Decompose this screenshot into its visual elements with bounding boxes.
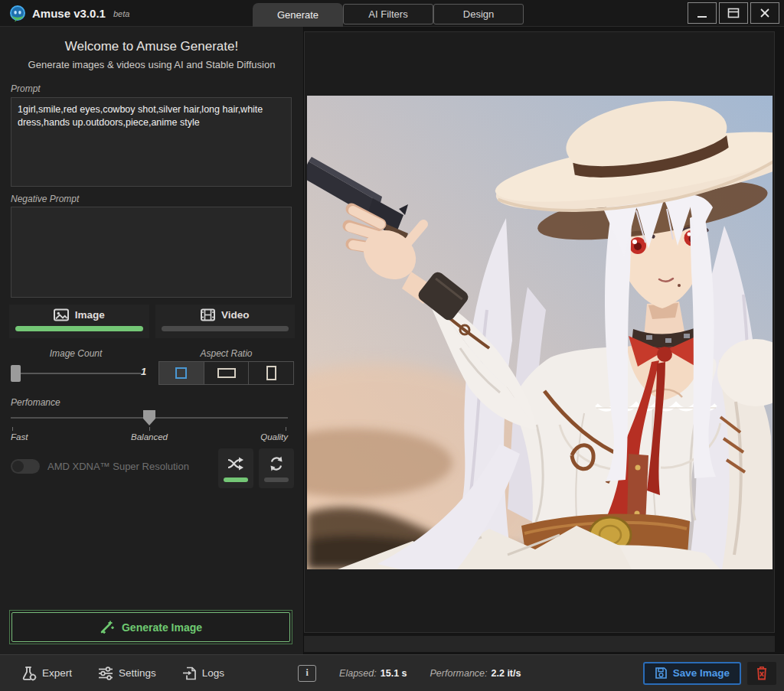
aspect-ratio-group [158,361,294,385]
portrait-aspect-icon [266,366,276,380]
aspect-ratio-label: Aspect Ratio [158,348,294,359]
aspect-portrait-button[interactable] [248,362,293,384]
refresh-inactive-bar [264,478,289,482]
minimize-icon [696,6,708,20]
settings-sliders-icon [98,667,113,680]
logs-button[interactable]: Logs [182,666,224,681]
logs-document-icon [182,666,197,681]
square-aspect-icon [175,367,187,379]
performance-tick-quality: Quality [260,432,288,442]
generate-image-label: Generate Image [122,621,202,634]
performance-stat: Performance: 2.2 it/s [430,668,521,679]
preview-area [304,27,784,654]
amuse-logo-icon [9,5,26,22]
super-resolution-label: AMD XDNA™ Super Resolution [47,461,189,472]
performance-stat-value: 2.2 it/s [492,668,521,679]
expert-button[interactable]: Expert [21,666,72,681]
video-mode-inactive-bar [162,326,289,331]
refresh-seed-button[interactable] [259,448,294,488]
prompt-input[interactable]: 1girl,smile,red eyes,cowboy shot,silver … [11,97,292,187]
app-brand: Amuse v3.0.1 beta [9,0,129,27]
generated-image[interactable] [307,96,773,569]
image-mode-active-bar [15,326,143,331]
performance-label: Perfomance [11,397,60,408]
elapsed-value: 15.1 s [381,668,407,679]
expert-flask-icon [21,666,37,681]
magic-wand-icon [100,620,114,634]
image-count-slider[interactable] [11,364,141,383]
image-count-handle[interactable] [11,365,21,382]
maximize-icon [727,8,740,18]
prompt-label: Prompt [11,83,41,94]
image-mode-label: Image [75,309,105,321]
landscape-aspect-icon [217,368,236,378]
expert-label: Expert [42,667,72,679]
elapsed-stat: Elapsed: 15.1 s [339,668,407,679]
info-icon: i [305,667,308,679]
image-count-label: Image Count [11,348,141,359]
save-image-label: Save Image [673,667,730,679]
main-tabs: Generate AI Filters Design [253,3,524,27]
image-mode-button[interactable]: Image [9,305,149,338]
delete-image-button[interactable] [747,662,776,685]
canvas-panel [304,31,775,633]
performance-tick-fast: Fast [11,432,28,442]
settings-button[interactable]: Settings [98,667,156,680]
app-window: Amuse v3.0.1 beta Generate AI Filters De… [0,0,784,691]
refresh-icon [268,455,285,472]
shuffle-seed-button[interactable] [218,448,253,488]
tab-design[interactable]: Design [433,4,524,24]
generate-settings-panel: Welcome to Amuse Generate! Generate imag… [0,27,304,654]
shuffle-active-bar [224,478,248,482]
preview-bottom-strip [304,636,775,652]
performance-tick-balanced: Balanced [131,432,168,442]
image-icon [54,308,69,321]
titlebar: Amuse v3.0.1 beta Generate AI Filters De… [0,0,784,27]
tab-ai-filters[interactable]: AI Filters [343,4,433,24]
logs-label: Logs [202,667,224,679]
settings-label: Settings [119,667,156,679]
video-mode-label: Video [221,309,250,321]
info-button[interactable]: i [298,665,316,682]
save-floppy-icon [655,667,668,680]
seed-buttons [218,448,294,488]
close-button[interactable] [750,2,779,24]
welcome-subtitle: Generate images & videos using AI and St… [0,59,303,70]
welcome-title: Welcome to Amuse Generate! [0,39,303,54]
app-beta-badge: beta [113,9,129,18]
save-image-button[interactable]: Save Image [643,662,741,685]
status-bar: Expert Settings [0,654,784,691]
image-count-value: 1 [141,366,146,377]
trash-icon [756,666,768,680]
super-resolution-row: AMD XDNA™ Super Resolution [11,459,189,474]
elapsed-label: Elapsed: [339,668,377,679]
image-count-track[interactable] [11,373,141,374]
minimize-button[interactable] [688,2,717,24]
negative-prompt-label: Negative Prompt [11,194,79,204]
generate-image-button[interactable]: Generate Image [9,610,292,644]
close-icon [760,8,770,18]
app-title: Amuse v3.0.1 [32,7,106,20]
performance-stat-label: Performance: [430,668,488,679]
performance-slider[interactable]: Fast Balanced Quality [11,410,288,447]
maximize-button[interactable] [719,2,748,24]
video-icon [201,308,215,321]
aspect-landscape-button[interactable] [204,362,249,384]
window-controls [688,2,779,24]
super-resolution-toggle[interactable] [11,459,40,474]
aspect-square-button[interactable] [159,362,204,384]
tab-generate[interactable]: Generate [253,3,343,27]
video-mode-button[interactable]: Video [155,305,296,338]
mode-switcher: Image [9,305,295,338]
shuffle-icon [227,455,245,472]
performance-handle[interactable] [143,410,155,425]
negative-prompt-input[interactable] [11,207,292,298]
